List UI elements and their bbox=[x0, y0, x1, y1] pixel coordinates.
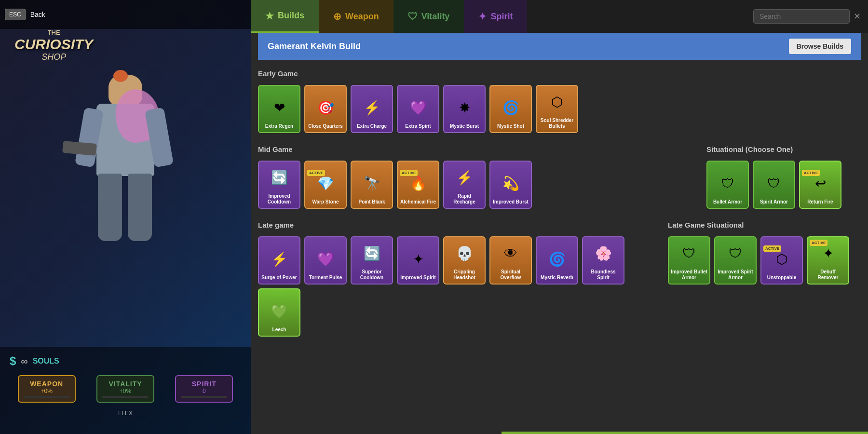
vitality-icon: 🛡 bbox=[408, 11, 418, 22]
debuff-remover-active-badge: ACTIVE bbox=[810, 240, 827, 246]
search-close-button[interactable]: ✕ bbox=[854, 11, 861, 22]
crippling-icon: 💀 bbox=[456, 245, 473, 261]
item-close-quarters[interactable]: 🎯 Close Quarters bbox=[304, 85, 347, 133]
item-extra-regen[interactable]: ❤ Extra Regen bbox=[258, 85, 300, 133]
back-label[interactable]: Back bbox=[30, 11, 45, 18]
warp-stone-name: Warp Stone bbox=[310, 199, 340, 205]
late-game-main: Late game ⚡ Surge of Power 💜 bbox=[258, 218, 661, 346]
spirit-stat-value: 0 bbox=[181, 388, 227, 394]
item-spirit-armor[interactable]: 🛡 Spirit Armor bbox=[753, 161, 795, 209]
leech-icon-area: 💚 bbox=[259, 296, 299, 327]
extra-spirit-icon: 💜 bbox=[410, 100, 427, 116]
item-mystic-shot[interactable]: 🌀 Mystic Shot bbox=[489, 85, 532, 133]
extra-spirit-name: Extra Spirit bbox=[403, 123, 433, 129]
item-mystic-reverb[interactable]: 🌀 Mystic Reverb bbox=[536, 236, 578, 285]
extra-charge-name: Extra Charge bbox=[355, 123, 389, 129]
esc-bar: ESC Back bbox=[0, 0, 251, 29]
item-boundless-spirit[interactable]: 🌸 Boundless Spirit bbox=[582, 236, 624, 285]
bullet-armor-icon-area: 🛡 bbox=[707, 168, 748, 199]
crippling-icon-area: 💀 bbox=[444, 238, 485, 269]
warp-stone-icon-area: ACTIVE 💎 bbox=[305, 168, 346, 199]
item-crippling-headshot[interactable]: 💀 Crippling Headshot bbox=[443, 236, 486, 285]
torment-name: Torment Pulse bbox=[307, 275, 344, 281]
item-mystic-burst[interactable]: ✸ Mystic Burst bbox=[443, 85, 486, 133]
surge-icon: ⚡ bbox=[271, 251, 288, 267]
tab-vitality[interactable]: 🛡 Vitality bbox=[393, 0, 464, 33]
point-blank-name: Point Blank bbox=[356, 199, 387, 205]
improved-spirit-icon-area: ✦ bbox=[398, 244, 438, 275]
item-warp-stone[interactable]: ACTIVE 💎 Warp Stone bbox=[304, 161, 347, 209]
boundless-spirit-icon: 🌸 bbox=[595, 245, 612, 261]
late-game-title: Late game bbox=[258, 218, 661, 231]
search-input[interactable] bbox=[753, 9, 850, 24]
close-quarters-icon-area: 🎯 bbox=[305, 92, 346, 123]
unstoppable-active-badge: ACTIVE bbox=[763, 245, 781, 252]
item-leech[interactable]: 💚 Leech bbox=[258, 288, 300, 337]
item-extra-spirit[interactable]: 💜 Extra Spirit bbox=[397, 85, 439, 133]
tab-spirit[interactable]: ✦ Spirit bbox=[464, 0, 527, 33]
debuff-remover-name: Debuff Remover bbox=[808, 269, 848, 281]
mid-game-title: Mid Game bbox=[258, 143, 699, 156]
esc-button[interactable]: ESC bbox=[5, 9, 26, 20]
torment-icon: 💜 bbox=[317, 251, 334, 267]
flex-label: FLEX bbox=[5, 410, 246, 417]
spirit-armor-icon-area: 🛡 bbox=[754, 168, 794, 199]
stat-bars: WEAPON +0% VITALITY +0% SPIRIT 0 bbox=[5, 370, 246, 407]
situational-items: 🛡 Bullet Armor 🛡 Spirit Armor bbox=[706, 161, 861, 209]
spiritual-overflow-icon: 👁 bbox=[504, 245, 517, 261]
tab-weapon[interactable]: ⊕ Weapon bbox=[319, 0, 393, 33]
item-rapid-recharge[interactable]: ⚡ Rapid Recharge bbox=[443, 161, 486, 209]
mid-game-layout: Mid Game 🔄 Improved Cooldown ACTIVE 💎 bbox=[258, 143, 861, 218]
search-box: ✕ bbox=[746, 0, 868, 33]
item-improved-bullet-armor[interactable]: 🛡 Improved Bullet Armor bbox=[668, 236, 710, 285]
vitality-stat-item: VITALITY +0% bbox=[88, 375, 162, 403]
improved-burst-name: Improved Burst bbox=[491, 199, 530, 205]
weapon-stat-box: WEAPON +0% bbox=[18, 375, 76, 403]
mystic-reverb-name: Mystic Reverb bbox=[539, 275, 575, 281]
improved-spirit-armor-name: Improved Spirit Armor bbox=[715, 269, 756, 281]
improved-bullet-armor-icon: 🛡 bbox=[682, 245, 696, 261]
boundless-spirit-icon-area: 🌸 bbox=[583, 238, 624, 269]
leech-icon: 💚 bbox=[271, 303, 288, 319]
item-point-blank[interactable]: 🔭 Point Blank bbox=[351, 161, 393, 209]
mystic-reverb-icon: 🌀 bbox=[549, 251, 566, 267]
item-improved-cooldown[interactable]: 🔄 Improved Cooldown bbox=[258, 161, 300, 209]
item-unstoppable[interactable]: ACTIVE ⬡ Unstoppable bbox=[760, 236, 803, 285]
item-alchemical-fire[interactable]: ACTIVE 🔥 Alchemical Fire bbox=[397, 161, 439, 209]
item-extra-charge[interactable]: ⚡ Extra Charge bbox=[351, 85, 393, 133]
late-situational-title: Late Game Situational bbox=[668, 218, 861, 231]
tab-weapon-label: Weapon bbox=[345, 12, 379, 22]
item-improved-burst[interactable]: 💫 Improved Burst bbox=[489, 161, 532, 209]
left-panel: ESC Back THE CURIOSITY SHOP bbox=[0, 0, 251, 434]
boundless-spirit-name: Boundless Spirit bbox=[583, 269, 624, 281]
shop-the: THE bbox=[14, 29, 93, 36]
improved-spirit-armor-icon-area: 🛡 bbox=[715, 238, 756, 269]
unstoppable-name: Unstoppable bbox=[765, 275, 799, 281]
souls-row: $ ∞ SOULS bbox=[5, 352, 246, 370]
superior-cd-name: Superior Cooldown bbox=[352, 269, 392, 281]
item-soul-shredder[interactable]: ⬡ Soul Shredder Bullets bbox=[536, 85, 578, 133]
point-blank-icon: 🔭 bbox=[364, 176, 380, 191]
item-improved-spirit[interactable]: ✦ Improved Spirit bbox=[397, 236, 439, 285]
tab-builds[interactable]: ★ Builds bbox=[251, 0, 319, 33]
alchemical-fire-active-badge: ACTIVE bbox=[400, 170, 418, 176]
spirit-stat-item: SPIRIT 0 bbox=[167, 375, 241, 403]
tab-builds-label: Builds bbox=[278, 11, 304, 21]
superior-cd-icon-area: 🔄 bbox=[352, 238, 392, 269]
browse-builds-button[interactable]: Browse Builds bbox=[789, 39, 851, 54]
item-debuff-remover[interactable]: ACTIVE ✦ Debuff Remover bbox=[807, 236, 849, 285]
item-bullet-armor[interactable]: 🛡 Bullet Armor bbox=[706, 161, 749, 209]
item-spiritual-overflow[interactable]: 👁 Spiritual Overflow bbox=[489, 236, 532, 285]
weapon-stat-name: WEAPON bbox=[24, 380, 70, 388]
mystic-burst-name: Mystic Burst bbox=[448, 123, 481, 129]
bullet-armor-icon: 🛡 bbox=[721, 176, 734, 191]
item-improved-spirit-armor[interactable]: 🛡 Improved Spirit Armor bbox=[714, 236, 757, 285]
spirit-tab-icon: ✦ bbox=[478, 11, 487, 22]
surge-name: Surge of Power bbox=[259, 275, 298, 281]
late-game-situational-section: Late Game Situational 🛡 Improved Bullet … bbox=[668, 218, 861, 346]
soul-shredder-name: Soul Shredder Bullets bbox=[537, 118, 577, 129]
item-torment-pulse[interactable]: 💜 Torment Pulse bbox=[304, 236, 347, 285]
item-superior-cooldown[interactable]: 🔄 Superior Cooldown bbox=[351, 236, 393, 285]
item-return-fire[interactable]: ACTIVE ↩ Return Fire bbox=[799, 161, 841, 209]
item-surge-of-power[interactable]: ⚡ Surge of Power bbox=[258, 236, 300, 285]
